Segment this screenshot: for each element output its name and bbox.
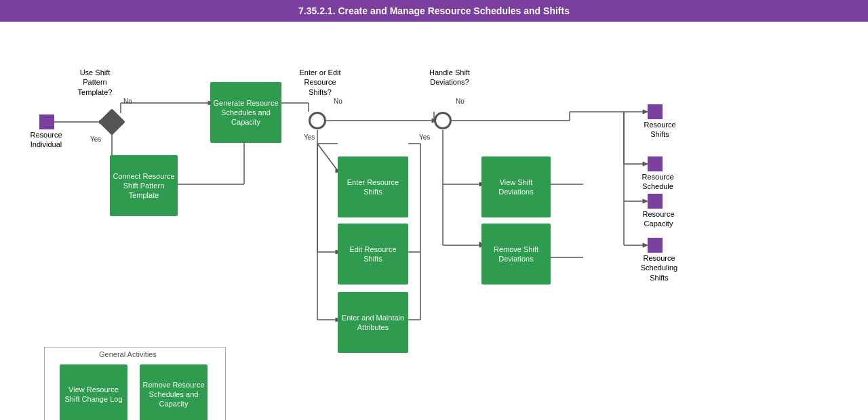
resource-individual-label: Resource Individual bbox=[26, 130, 66, 150]
connect-box[interactable]: Connect Resource Shift Pattern Template bbox=[110, 155, 178, 216]
yes-label-3: Yes bbox=[419, 133, 430, 141]
remove-deviations-box[interactable]: Remove Shift Deviations bbox=[481, 224, 551, 285]
enter-edit-shifts-label: Enter or Edit Resource Shifts? bbox=[293, 68, 347, 97]
edit-shifts-box[interactable]: Edit Resource Shifts bbox=[338, 224, 408, 285]
view-shift-change-log-box[interactable]: View Resource Shift Change Log bbox=[60, 364, 127, 420]
enter-shifts-box[interactable]: Enter Resource Shifts bbox=[338, 156, 408, 217]
svg-line-14 bbox=[317, 144, 338, 171]
svg-marker-40 bbox=[643, 110, 648, 114]
general-activities-label: General Activities bbox=[99, 350, 157, 358]
resource-schedule-square bbox=[648, 156, 663, 171]
yes-label-2: Yes bbox=[304, 133, 315, 141]
resource-scheduling-shifts-square bbox=[648, 238, 663, 253]
resource-individual-dot bbox=[39, 114, 54, 129]
resource-capacity-label: Resource Capacity bbox=[635, 209, 682, 229]
enter-attributes-box[interactable]: Enter and Maintain Attributes bbox=[338, 292, 408, 353]
no-label-3: No bbox=[456, 98, 465, 105]
first-decision-diamond bbox=[98, 108, 125, 135]
second-decision-circle bbox=[309, 112, 326, 129]
use-shift-pattern-label: Use Shift Pattern Template? bbox=[68, 68, 122, 97]
resource-scheduling-shifts-label: Resource Scheduling Shifts bbox=[632, 253, 686, 282]
header: 7.35.2.1. Create and Manage Resource Sch… bbox=[0, 0, 868, 22]
generate-box[interactable]: Generate Resource Schedules and Capacity bbox=[210, 82, 281, 143]
resource-shifts-square bbox=[648, 104, 663, 119]
view-deviations-box[interactable]: View Shift Deviations bbox=[481, 156, 551, 217]
handle-deviations-label: Handle Shift Deviations? bbox=[422, 68, 477, 87]
remove-schedules-box[interactable]: Remove Resource Schedules and Capacity bbox=[140, 364, 208, 420]
header-title: 7.35.2.1. Create and Manage Resource Sch… bbox=[298, 5, 570, 16]
yes-label-1: Yes bbox=[90, 135, 101, 143]
svg-marker-42 bbox=[643, 199, 648, 203]
general-activities-container: General Activities View Resource Shift C… bbox=[44, 347, 226, 420]
third-decision-circle bbox=[434, 112, 452, 129]
resource-capacity-square bbox=[648, 194, 663, 209]
svg-marker-41 bbox=[643, 162, 648, 166]
no-label-1: No bbox=[123, 98, 132, 105]
canvas: Resource Individual Use Shift Pattern Te… bbox=[0, 22, 868, 420]
svg-marker-43 bbox=[643, 243, 648, 247]
no-label-2: No bbox=[334, 98, 342, 105]
resource-schedule-label: Resource Schedule bbox=[634, 172, 682, 192]
resource-shifts-label: Resource Shifts bbox=[636, 120, 684, 140]
